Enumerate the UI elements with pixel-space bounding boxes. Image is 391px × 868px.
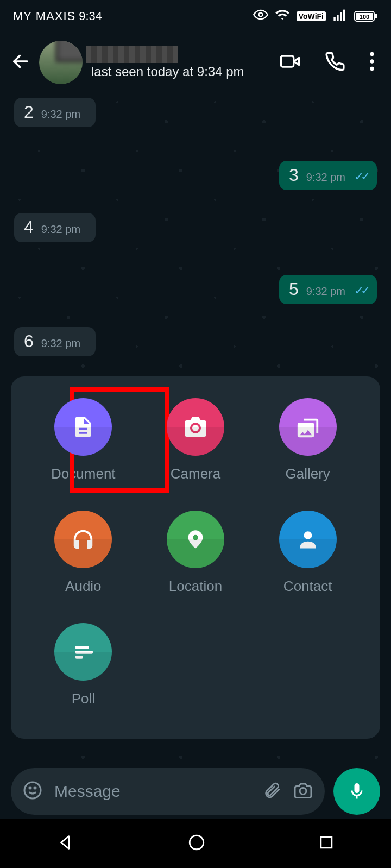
attach-label: Audio (65, 578, 102, 595)
message-placeholder: Message (54, 782, 251, 801)
android-nav-bar (0, 819, 391, 868)
svg-point-12 (370, 52, 374, 56)
camera-icon (167, 398, 224, 456)
attach-label: Document (51, 466, 116, 482)
read-receipt-icon: ✓✓ (354, 169, 367, 184)
svg-point-23 (34, 787, 36, 789)
message-time: 9:32 pm (41, 337, 80, 350)
svg-point-13 (370, 59, 374, 64)
read-receipt-icon: ✓✓ (354, 284, 367, 298)
svg-rect-27 (321, 837, 332, 848)
carrier-label: MY MAXIS (13, 9, 75, 23)
svg-rect-2 (337, 15, 339, 21)
location-icon (167, 511, 224, 568)
contact-icon (279, 511, 337, 568)
more-options-button[interactable] (369, 52, 375, 73)
attach-location[interactable]: Location (140, 511, 252, 595)
eye-icon (253, 7, 268, 26)
svg-point-24 (300, 788, 306, 795)
poll-icon (54, 623, 112, 681)
message-input[interactable]: Message (11, 768, 325, 815)
vowifi-badge: VoWiFi (297, 11, 326, 21)
battery-icon: 100 (354, 10, 378, 23)
video-call-button[interactable] (279, 51, 301, 74)
attach-label: Contact (283, 578, 332, 595)
contact-name (86, 46, 178, 63)
svg-text:100: 100 (360, 14, 369, 20)
message-text: 3 (289, 166, 299, 184)
document-icon (54, 398, 112, 456)
svg-rect-7 (375, 14, 377, 18)
attach-contact[interactable]: Contact (251, 511, 364, 595)
svg-point-21 (24, 782, 41, 798)
back-button[interactable] (11, 52, 30, 73)
contact-info[interactable]: last seen today at 9:34 pm (91, 46, 270, 79)
attachment-panel: Document Camera Gallery Audio Location (11, 376, 380, 739)
svg-point-26 (190, 835, 204, 850)
svg-rect-1 (333, 17, 336, 21)
emoji-icon[interactable] (23, 781, 42, 802)
signal-icon (332, 7, 348, 26)
svg-point-0 (258, 13, 262, 17)
audio-icon (54, 511, 112, 568)
message-time: 9:32 pm (306, 285, 345, 298)
message-row[interactable]: 4 9:32 pm (0, 211, 391, 244)
svg-point-22 (29, 787, 31, 789)
message-row[interactable]: 2 9:32 pm (0, 96, 391, 129)
message-row[interactable]: 6 9:32 pm (0, 325, 391, 358)
svg-rect-10 (281, 56, 293, 67)
nav-recent-button[interactable] (318, 834, 335, 853)
nav-back-button[interactable] (56, 833, 75, 854)
attach-label: Poll (72, 690, 95, 707)
input-bar: Message (11, 768, 380, 815)
attach-label: Location (169, 578, 222, 595)
attach-label: Gallery (285, 466, 330, 482)
nav-home-button[interactable] (187, 833, 206, 854)
message-time: 9:32 pm (41, 108, 80, 121)
message-row[interactable]: 3 9:32 pm ✓✓ (0, 159, 391, 192)
gallery-icon (279, 398, 337, 456)
status-bar: MY MAXIS 9:34 VoWiFi 100 (0, 0, 391, 33)
voice-call-button[interactable] (325, 51, 345, 74)
mic-button[interactable] (333, 768, 380, 815)
attach-document[interactable]: Document (27, 398, 140, 482)
message-row[interactable]: 5 9:32 pm ✓✓ (0, 273, 391, 306)
chat-area: 2 9:32 pm 3 9:32 pm ✓✓ 4 9:32 pm 5 9:32 … (0, 92, 391, 766)
wifi-icon (275, 7, 290, 26)
message-time: 9:32 pm (41, 223, 80, 236)
chat-header: last seen today at 9:34 pm (0, 33, 391, 92)
status-time: 9:34 (79, 9, 102, 23)
message-time: 9:32 pm (306, 171, 345, 184)
svg-rect-3 (340, 12, 342, 21)
svg-point-17 (304, 531, 312, 539)
contact-avatar[interactable] (39, 41, 83, 84)
message-text: 5 (289, 280, 299, 298)
svg-rect-19 (75, 651, 93, 654)
last-seen-label: last seen today at 9:34 pm (91, 64, 270, 79)
svg-rect-18 (75, 646, 90, 649)
svg-marker-25 (61, 836, 68, 849)
attach-icon[interactable] (263, 781, 281, 802)
attach-audio[interactable]: Audio (27, 511, 140, 595)
svg-rect-20 (75, 656, 84, 659)
attach-gallery[interactable]: Gallery (251, 398, 364, 482)
svg-rect-4 (343, 10, 345, 21)
message-text: 4 (24, 218, 34, 236)
message-text: 6 (24, 332, 34, 350)
attach-label: Camera (171, 466, 220, 482)
svg-point-14 (370, 67, 374, 71)
camera-input-icon[interactable] (293, 781, 313, 802)
message-text: 2 (24, 103, 34, 121)
attach-poll[interactable]: Poll (27, 623, 140, 707)
attach-camera[interactable]: Camera (140, 398, 252, 482)
